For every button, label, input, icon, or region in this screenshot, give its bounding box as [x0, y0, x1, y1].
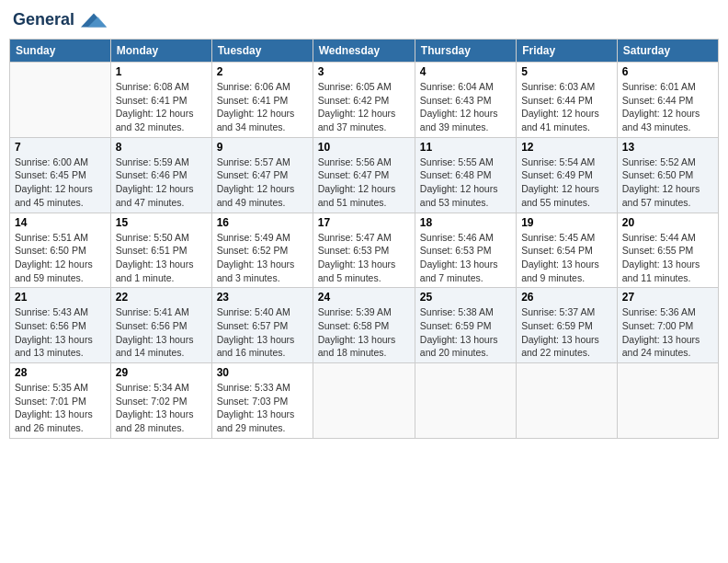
calendar-cell: 4Sunrise: 6:04 AM Sunset: 6:43 PM Daylig… — [415, 63, 516, 138]
day-number: 24 — [318, 291, 410, 304]
day-info: Sunrise: 5:50 AM Sunset: 6:51 PM Dayligh… — [116, 231, 207, 285]
weekday-saturday: Saturday — [617, 40, 718, 63]
calendar-cell: 18Sunrise: 5:46 AM Sunset: 6:53 PM Dayli… — [415, 213, 516, 288]
day-info: Sunrise: 6:08 AM Sunset: 6:41 PM Dayligh… — [116, 80, 207, 134]
day-info: Sunrise: 5:36 AM Sunset: 7:00 PM Dayligh… — [622, 305, 713, 360]
day-info: Sunrise: 5:55 AM Sunset: 6:48 PM Dayligh… — [420, 155, 511, 210]
calendar-cell: 23Sunrise: 5:40 AM Sunset: 6:57 PM Dayli… — [211, 288, 313, 363]
calendar-cell: 10Sunrise: 5:56 AM Sunset: 6:47 PM Dayli… — [313, 137, 415, 213]
calendar-body: 1Sunrise: 6:08 AM Sunset: 6:41 PM Daylig… — [10, 63, 719, 439]
calendar-cell: 2Sunrise: 6:06 AM Sunset: 6:41 PM Daylig… — [211, 63, 313, 138]
calendar-cell: 30Sunrise: 5:33 AM Sunset: 7:03 PM Dayli… — [211, 363, 313, 439]
calendar-week-5: 28Sunrise: 5:35 AM Sunset: 7:01 PM Dayli… — [10, 363, 719, 439]
calendar-week-2: 7Sunrise: 6:00 AM Sunset: 6:45 PM Daylig… — [10, 137, 719, 213]
day-number: 17 — [318, 216, 410, 229]
day-number: 21 — [15, 291, 106, 304]
calendar-cell — [517, 363, 618, 439]
day-number: 12 — [521, 141, 612, 154]
calendar-week-1: 1Sunrise: 6:08 AM Sunset: 6:41 PM Daylig… — [10, 63, 719, 138]
calendar-cell: 29Sunrise: 5:34 AM Sunset: 7:02 PM Dayli… — [110, 363, 211, 439]
day-number: 25 — [420, 291, 511, 304]
day-info: Sunrise: 5:49 AM Sunset: 6:52 PM Dayligh… — [217, 231, 308, 285]
day-number: 8 — [116, 141, 207, 154]
day-number: 16 — [217, 216, 308, 229]
day-info: Sunrise: 5:38 AM Sunset: 6:59 PM Dayligh… — [420, 305, 511, 360]
day-number: 28 — [15, 366, 106, 379]
calendar-cell: 9Sunrise: 5:57 AM Sunset: 6:47 PM Daylig… — [211, 137, 313, 213]
calendar-cell: 17Sunrise: 5:47 AM Sunset: 6:53 PM Dayli… — [313, 213, 415, 288]
day-number: 6 — [622, 65, 713, 78]
day-number: 5 — [521, 65, 612, 78]
calendar-cell: 24Sunrise: 5:39 AM Sunset: 6:58 PM Dayli… — [313, 288, 415, 363]
weekday-monday: Monday — [110, 40, 211, 63]
day-info: Sunrise: 5:51 AM Sunset: 6:50 PM Dayligh… — [15, 231, 106, 285]
day-number: 29 — [116, 366, 207, 379]
day-number: 23 — [217, 291, 308, 304]
calendar-cell: 15Sunrise: 5:50 AM Sunset: 6:51 PM Dayli… — [110, 213, 211, 288]
day-info: Sunrise: 5:46 AM Sunset: 6:53 PM Dayligh… — [420, 231, 511, 285]
day-info: Sunrise: 5:59 AM Sunset: 6:46 PM Dayligh… — [116, 155, 207, 210]
weekday-header-row: SundayMondayTuesdayWednesdayThursdayFrid… — [10, 40, 719, 63]
calendar-cell — [617, 363, 718, 439]
day-info: Sunrise: 6:06 AM Sunset: 6:41 PM Dayligh… — [217, 80, 308, 134]
day-number: 13 — [622, 141, 713, 154]
calendar-cell — [10, 63, 111, 138]
day-info: Sunrise: 5:33 AM Sunset: 7:03 PM Dayligh… — [217, 381, 308, 435]
day-info: Sunrise: 5:45 AM Sunset: 6:54 PM Dayligh… — [521, 231, 612, 285]
weekday-friday: Friday — [517, 40, 618, 63]
day-number: 27 — [622, 291, 713, 304]
calendar-cell: 20Sunrise: 5:44 AM Sunset: 6:55 PM Dayli… — [617, 213, 718, 288]
day-number: 3 — [318, 65, 410, 78]
day-info: Sunrise: 5:41 AM Sunset: 6:56 PM Dayligh… — [116, 305, 207, 360]
day-number: 2 — [217, 65, 308, 78]
calendar-cell: 21Sunrise: 5:43 AM Sunset: 6:56 PM Dayli… — [10, 288, 111, 363]
weekday-wednesday: Wednesday — [313, 40, 415, 63]
calendar-week-4: 21Sunrise: 5:43 AM Sunset: 6:56 PM Dayli… — [10, 288, 719, 363]
page-header: General — [9, 9, 719, 31]
weekday-tuesday: Tuesday — [211, 40, 313, 63]
logo: General — [13, 9, 107, 31]
day-info: Sunrise: 6:00 AM Sunset: 6:45 PM Dayligh… — [15, 155, 106, 210]
day-info: Sunrise: 5:47 AM Sunset: 6:53 PM Dayligh… — [318, 231, 410, 285]
day-info: Sunrise: 5:39 AM Sunset: 6:58 PM Dayligh… — [318, 305, 410, 360]
day-number: 22 — [116, 291, 207, 304]
day-number: 18 — [420, 216, 511, 229]
calendar-cell: 3Sunrise: 6:05 AM Sunset: 6:42 PM Daylig… — [313, 63, 415, 138]
day-info: Sunrise: 6:03 AM Sunset: 6:44 PM Dayligh… — [521, 80, 612, 134]
calendar-cell: 8Sunrise: 5:59 AM Sunset: 6:46 PM Daylig… — [110, 137, 211, 213]
day-number: 7 — [15, 141, 106, 154]
day-number: 9 — [217, 141, 308, 154]
calendar-cell: 28Sunrise: 5:35 AM Sunset: 7:01 PM Dayli… — [10, 363, 111, 439]
calendar-cell: 25Sunrise: 5:38 AM Sunset: 6:59 PM Dayli… — [415, 288, 516, 363]
calendar-cell: 1Sunrise: 6:08 AM Sunset: 6:41 PM Daylig… — [110, 63, 211, 138]
day-info: Sunrise: 5:35 AM Sunset: 7:01 PM Dayligh… — [15, 381, 106, 435]
day-number: 14 — [15, 216, 106, 229]
calendar-week-3: 14Sunrise: 5:51 AM Sunset: 6:50 PM Dayli… — [10, 213, 719, 288]
day-info: Sunrise: 5:57 AM Sunset: 6:47 PM Dayligh… — [217, 155, 308, 210]
calendar-cell: 26Sunrise: 5:37 AM Sunset: 6:59 PM Dayli… — [517, 288, 618, 363]
day-number: 1 — [116, 65, 207, 78]
day-number: 19 — [521, 216, 612, 229]
day-info: Sunrise: 6:04 AM Sunset: 6:43 PM Dayligh… — [420, 80, 511, 134]
calendar-cell: 16Sunrise: 5:49 AM Sunset: 6:52 PM Dayli… — [211, 213, 313, 288]
calendar-cell: 7Sunrise: 6:00 AM Sunset: 6:45 PM Daylig… — [10, 137, 111, 213]
day-info: Sunrise: 6:01 AM Sunset: 6:44 PM Dayligh… — [622, 80, 713, 134]
calendar-cell: 14Sunrise: 5:51 AM Sunset: 6:50 PM Dayli… — [10, 213, 111, 288]
day-info: Sunrise: 5:56 AM Sunset: 6:47 PM Dayligh… — [318, 155, 410, 210]
day-info: Sunrise: 5:54 AM Sunset: 6:49 PM Dayligh… — [521, 155, 612, 210]
weekday-thursday: Thursday — [415, 40, 516, 63]
day-number: 15 — [116, 216, 207, 229]
logo-text: General — [13, 9, 107, 31]
day-info: Sunrise: 5:44 AM Sunset: 6:55 PM Dayligh… — [622, 231, 713, 285]
day-number: 4 — [420, 65, 511, 78]
day-info: Sunrise: 5:52 AM Sunset: 6:50 PM Dayligh… — [622, 155, 713, 210]
day-info: Sunrise: 5:34 AM Sunset: 7:02 PM Dayligh… — [116, 381, 207, 435]
day-number: 20 — [622, 216, 713, 229]
calendar-cell: 13Sunrise: 5:52 AM Sunset: 6:50 PM Dayli… — [617, 137, 718, 213]
calendar-cell: 12Sunrise: 5:54 AM Sunset: 6:49 PM Dayli… — [517, 137, 618, 213]
calendar-table: SundayMondayTuesdayWednesdayThursdayFrid… — [9, 39, 719, 439]
calendar-cell — [313, 363, 415, 439]
day-number: 30 — [217, 366, 308, 379]
calendar-cell: 11Sunrise: 5:55 AM Sunset: 6:48 PM Dayli… — [415, 137, 516, 213]
day-info: Sunrise: 5:43 AM Sunset: 6:56 PM Dayligh… — [15, 305, 106, 360]
